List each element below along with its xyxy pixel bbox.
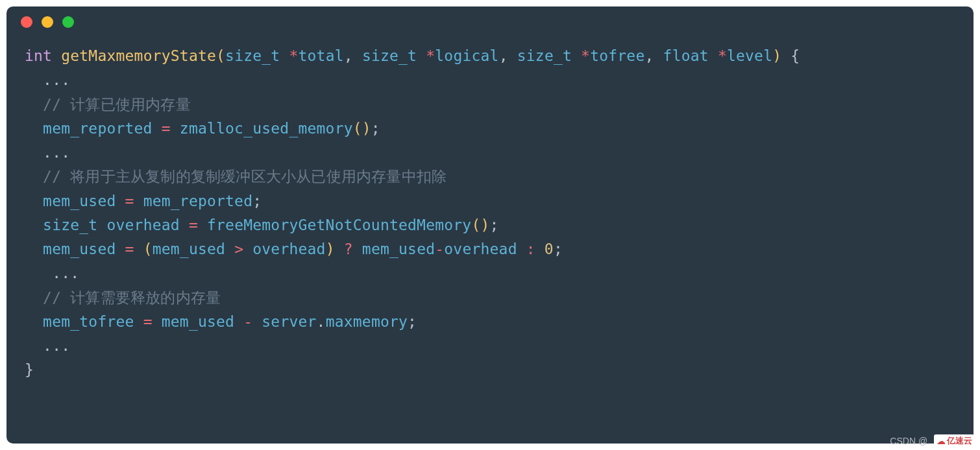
- field-maxmemory: maxmemory: [326, 313, 408, 330]
- op-eq: =: [125, 193, 134, 209]
- op-gt: >: [234, 241, 243, 257]
- op-eq: =: [125, 241, 134, 257]
- var-mem_reported: mem_reported: [25, 120, 162, 137]
- paren-close: ): [326, 241, 344, 257]
- keyword-int: int: [25, 47, 52, 64]
- pointer-star: *: [426, 47, 435, 64]
- pointer-star: *: [718, 47, 727, 64]
- param-logical: logical: [435, 47, 498, 64]
- type-size_t: size_t: [362, 47, 417, 64]
- fn-freeMemoryGetNotCountedMemory: freeMemoryGetNotCountedMemory: [198, 217, 471, 233]
- type-size_t: size_t: [225, 47, 280, 64]
- var-server: server: [252, 313, 316, 330]
- code-window: int getMaxmemoryState(size_t *total, siz…: [6, 6, 974, 444]
- watermark-csdn: CSDN @.: [890, 436, 930, 446]
- op-colon: :: [526, 241, 535, 257]
- comment: // 计算已使用内存量: [25, 96, 191, 113]
- ellipsis: ...: [25, 265, 79, 281]
- parens: (): [353, 120, 371, 137]
- semicolon: ;: [371, 120, 380, 137]
- pointer-star: *: [581, 47, 590, 64]
- code-block: int getMaxmemoryState(size_t *total, siz…: [6, 38, 974, 389]
- maximize-dot-icon[interactable]: [62, 16, 74, 28]
- var-overhead: overhead: [444, 241, 526, 257]
- op-eq: =: [162, 120, 171, 137]
- param-level: level: [727, 47, 772, 64]
- comma: ,: [499, 47, 517, 64]
- semicolon: ;: [554, 241, 563, 257]
- type-size_t: size_t: [517, 47, 572, 64]
- parens: (): [471, 217, 489, 233]
- var-overhead: overhead: [243, 241, 325, 257]
- param-tofree: tofree: [590, 47, 644, 64]
- var-mem_tofree: mem_tofree: [25, 313, 143, 330]
- comment: // 将用于主从复制的复制缓冲区大小从已使用内存量中扣除: [25, 168, 447, 185]
- param-total: total: [299, 47, 344, 64]
- minimize-dot-icon[interactable]: [42, 16, 53, 28]
- paren-close: ): [772, 47, 781, 64]
- fn-def-name: getMaxmemoryState: [61, 47, 216, 64]
- close-dot-icon[interactable]: [21, 16, 32, 28]
- var-mem_used: mem_used: [153, 313, 243, 330]
- var-overhead: overhead: [97, 217, 188, 233]
- op-minus: -: [435, 241, 444, 257]
- type-size_t: size_t: [43, 217, 97, 233]
- comma: ,: [344, 47, 362, 64]
- dot: .: [317, 313, 326, 330]
- ellipsis: ...: [25, 71, 70, 88]
- op-eq: =: [143, 313, 153, 330]
- ellipsis: ...: [25, 337, 70, 354]
- paren-open: (: [134, 241, 153, 257]
- pointer-star: *: [289, 47, 298, 64]
- ellipsis: ...: [25, 144, 70, 161]
- comma: ,: [644, 47, 663, 64]
- type-float: float: [663, 47, 709, 64]
- watermark-logo-icon: 亿速云: [934, 434, 975, 447]
- var-mem_used: mem_used: [153, 241, 234, 257]
- semicolon: ;: [408, 313, 417, 330]
- var-mem_used: mem_used: [25, 193, 125, 209]
- var-mem_reported: mem_reported: [134, 193, 253, 209]
- op-eq: =: [189, 217, 198, 233]
- brace-close: }: [25, 361, 34, 378]
- fn-zmalloc_used_memory: zmalloc_used_memory: [171, 120, 353, 137]
- brace-open: {: [781, 47, 800, 64]
- semicolon: ;: [489, 217, 498, 233]
- comment: // 计算需要释放的内存量: [25, 289, 221, 306]
- var-mem_used: mem_used: [353, 241, 435, 257]
- window-titlebar: [6, 6, 974, 38]
- var-mem_used: mem_used: [25, 241, 125, 257]
- semicolon: ;: [252, 193, 262, 209]
- op-question: ?: [344, 241, 353, 257]
- op-minus: -: [243, 313, 252, 330]
- paren-open: (: [216, 47, 225, 64]
- watermark: CSDN @. 亿速云: [890, 434, 975, 447]
- literal-zero: 0: [535, 241, 554, 257]
